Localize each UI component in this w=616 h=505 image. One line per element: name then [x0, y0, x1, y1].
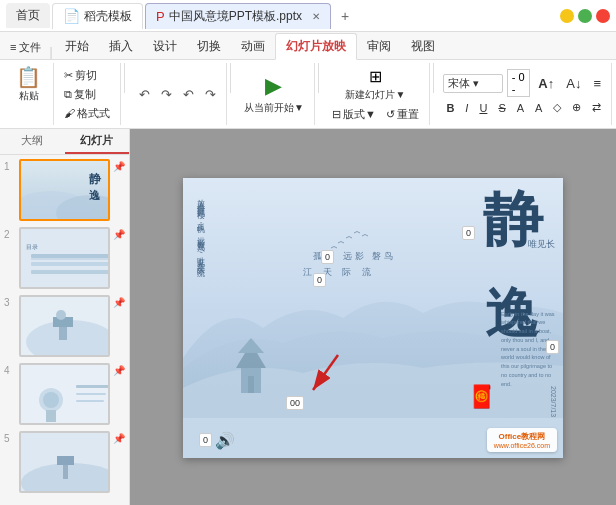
badge-1[interactable]: 0: [321, 250, 334, 264]
paste-icon: 📋: [16, 67, 41, 87]
svg-text:目录: 目录: [26, 244, 38, 250]
underline-button[interactable]: U: [475, 101, 491, 115]
svg-text:静: 静: [89, 172, 102, 186]
file-menu[interactable]: ≡ 文件: [4, 36, 47, 59]
paste-group: 📋 粘贴: [4, 63, 54, 125]
audio-badge[interactable]: 0: [199, 433, 212, 447]
tab-start[interactable]: 开始: [55, 34, 99, 59]
more-font-button[interactable]: ⊕: [568, 100, 585, 115]
title-bar: 首页 📄 稻壳模板 P 中国风意境PPT模板.pptx ✕ +: [0, 0, 616, 32]
close-button[interactable]: [596, 9, 610, 23]
badge-2[interactable]: 0: [462, 226, 475, 240]
slide-thumb-4[interactable]: [19, 363, 110, 425]
svg-rect-33: [248, 376, 254, 393]
tab-home[interactable]: 首页: [6, 3, 50, 28]
font-size-display: - 0 -: [512, 71, 526, 95]
slide-canvas-wrapper: 放入再辞更鹤楼，孤帆，远影磐鸟尽，唯见长江天际流 静 逸 孤帆 远影 磐鸟 江 …: [183, 178, 563, 458]
text-shadow-button[interactable]: A: [513, 101, 528, 115]
italic-button[interactable]: I: [461, 101, 472, 115]
svg-rect-22: [76, 400, 104, 402]
cut-button[interactable]: ✂ 剪切: [60, 67, 114, 84]
slide-red-figure: 🧧: [468, 384, 495, 410]
slide-item-1[interactable]: 1 静 逸: [4, 159, 125, 221]
undo-redo-group: ↶ ↷ ↶ ↷: [128, 63, 227, 125]
close-tab-icon[interactable]: ✕: [312, 11, 320, 22]
font-size-dec[interactable]: A↓: [562, 75, 585, 92]
speaker-icon[interactable]: 🔊: [215, 431, 235, 450]
undo-button[interactable]: ↶: [134, 84, 154, 104]
svg-rect-26: [63, 463, 68, 479]
pin-icon-5: 📌: [113, 433, 125, 444]
pin-icon-2: 📌: [113, 229, 125, 240]
ribbon-tab-bar: ≡ 文件 | 开始 插入 设计 切换 动画 幻灯片放映 审阅 视图: [0, 32, 616, 60]
font-name-dropdown[interactable]: 宋体 ▾: [443, 74, 503, 93]
template-icon: 📄: [63, 8, 80, 24]
svg-text:逸: 逸: [89, 189, 101, 201]
strikethrough-button[interactable]: S: [494, 101, 509, 115]
office-mark-line1: Office教程网: [494, 431, 550, 442]
redo2-button[interactable]: ↷: [200, 84, 220, 104]
add-tab-button[interactable]: +: [333, 4, 357, 28]
main-area: 大纲 幻灯片 1: [0, 129, 616, 505]
format-painter-icon: 🖌: [64, 107, 75, 119]
start-slideshow-button[interactable]: ▶ 从当前开始▼: [240, 71, 308, 117]
new-slide-button[interactable]: ⊞ 新建幻灯片▼: [341, 65, 409, 104]
text-dir-button[interactable]: ⇄: [588, 100, 605, 115]
bold-button[interactable]: B: [442, 101, 458, 115]
slide-canvas: 放入再辞更鹤楼，孤帆，远影磐鸟尽，唯见长江天际流 静 逸 孤帆 远影 磐鸟 江 …: [183, 178, 563, 458]
slide-item-2[interactable]: 2 目录 📌: [4, 227, 125, 289]
text-style-button[interactable]: ◇: [549, 100, 565, 115]
office-watermark: Office教程网 www.office26.com: [487, 428, 557, 452]
badge-3[interactable]: 0: [313, 273, 326, 287]
cut-icon: ✂: [64, 69, 73, 82]
pptx-icon: P: [156, 9, 165, 24]
slide-thumb-5[interactable]: [19, 431, 110, 493]
tab-animation[interactable]: 动画: [231, 34, 275, 59]
format-painter-button[interactable]: 🖌 格式式: [60, 105, 114, 122]
sidebar-tab-bar: 大纲 幻灯片: [0, 129, 129, 155]
badge-4[interactable]: 0: [546, 340, 559, 354]
slide-thumb-1[interactable]: 静 逸: [19, 159, 110, 221]
tab-file[interactable]: P 中国风意境PPT模板.pptx ✕: [145, 3, 331, 29]
reset-icon: ↺: [386, 108, 395, 121]
slide-thumb-3[interactable]: [19, 295, 110, 357]
slide-item-3[interactable]: 3 📌: [4, 295, 125, 357]
arrow-annotation: [298, 350, 348, 403]
svg-point-18: [43, 392, 59, 408]
slide-item-5[interactable]: 5 📌: [4, 431, 125, 493]
copy-button[interactable]: ⧉ 复制: [60, 86, 114, 103]
pin-icon-1: 📌: [113, 161, 125, 172]
tab-slideshow[interactable]: 幻灯片放映: [275, 33, 357, 60]
tab-outline[interactable]: 大纲: [0, 129, 65, 154]
svg-rect-13: [59, 325, 67, 340]
slideshow-group: ▶ 从当前开始▼: [234, 63, 315, 125]
reset-button[interactable]: ↺ 重置: [382, 106, 423, 123]
office-mark-line2: www.office26.com: [494, 442, 550, 449]
svg-rect-9: [31, 262, 110, 266]
tab-insert[interactable]: 插入: [99, 34, 143, 59]
tab-template[interactable]: 📄 稻壳模板: [52, 3, 143, 29]
copy-icon: ⧉: [64, 88, 72, 101]
font-color-button[interactable]: A: [531, 101, 546, 115]
tab-design[interactable]: 设计: [143, 34, 187, 59]
tab-transition[interactable]: 切换: [187, 34, 231, 59]
new-slide-group: ⊞ 新建幻灯片▼ ⊟ 版式▼ ↺ 重置: [322, 63, 430, 125]
paste-button[interactable]: 📋 粘贴: [12, 65, 45, 105]
tab-view[interactable]: 视图: [401, 34, 445, 59]
slide-thumb-2[interactable]: 目录: [19, 227, 110, 289]
svg-rect-27: [57, 456, 74, 465]
svg-rect-20: [76, 385, 110, 388]
redo-button[interactable]: ↷: [156, 84, 176, 104]
layout-button[interactable]: ⊟ 版式▼: [328, 106, 380, 123]
font-size-inc[interactable]: A↑: [534, 75, 558, 92]
font-align-button[interactable]: ≡: [589, 75, 605, 92]
undo2-button[interactable]: ↶: [178, 84, 198, 104]
clipboard-group: ✂ 剪切 ⧉ 复制 🖌 格式式: [54, 63, 121, 125]
pin-icon-4: 📌: [113, 365, 125, 376]
tab-review[interactable]: 审阅: [357, 34, 401, 59]
maximize-button[interactable]: [578, 9, 592, 23]
slide-item-4[interactable]: 4 📌: [4, 363, 125, 425]
audio-area[interactable]: 0 🔊: [199, 431, 235, 450]
tab-slides[interactable]: 幻灯片: [65, 129, 130, 154]
minimize-button[interactable]: [560, 9, 574, 23]
